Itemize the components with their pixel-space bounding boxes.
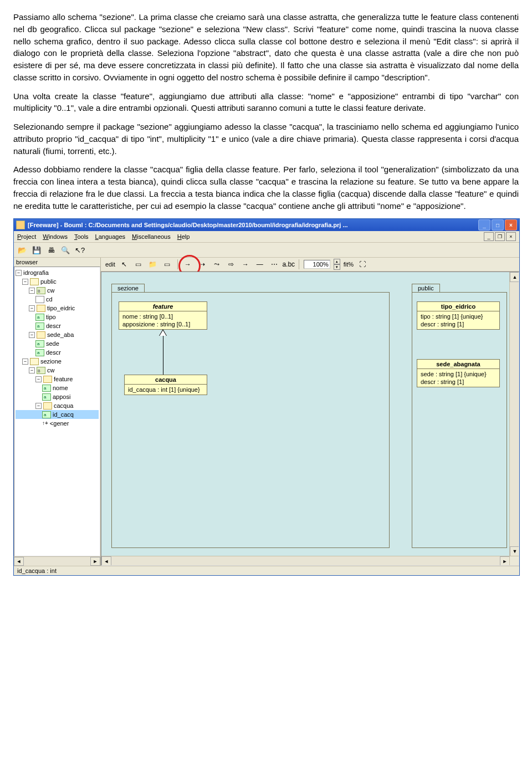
zoom-spinner[interactable]: ▲▼: [334, 259, 340, 270]
fit-label[interactable]: fit%: [344, 261, 354, 268]
menu-project[interactable]: Project: [17, 233, 36, 240]
sede-abagnata-attr-sede: sede : string [1] {unique}: [421, 370, 496, 378]
tipo-eidrico-attr-descr: descr : string [1]: [421, 320, 496, 328]
save-icon[interactable]: 💾: [30, 244, 43, 256]
mdi-close-button[interactable]: ×: [506, 232, 516, 241]
tree-root[interactable]: −idrografia: [16, 268, 99, 277]
scroll-left-icon-2[interactable]: ◄: [101, 556, 111, 566]
pointer-icon[interactable]: ↖: [119, 259, 130, 270]
help-pointer-icon[interactable]: ↖?: [74, 244, 86, 256]
scroll-right-icon-2[interactable]: ►: [500, 556, 510, 566]
realization-icon[interactable]: ⇨: [226, 259, 237, 270]
class-feature-title: feature: [119, 302, 207, 311]
menu-help[interactable]: Help: [177, 233, 190, 240]
text-icon[interactable]: a.bc: [283, 259, 294, 270]
statusbar: id_cacqua : int: [14, 566, 519, 575]
app-icon: [16, 221, 25, 229]
tree-tipo-attr[interactable]: tipo: [16, 313, 99, 321]
class-cacqua[interactable]: cacqua id_cacqua : int [1] {unique}: [124, 375, 207, 395]
scroll-down-icon[interactable]: ▼: [510, 546, 519, 556]
tree-nome-attr[interactable]: nome: [16, 383, 99, 392]
tree-sede-attr[interactable]: sede: [16, 339, 99, 348]
scroll-corner: [509, 556, 519, 565]
tree-public[interactable]: −public: [16, 277, 99, 286]
menu-tools[interactable]: Tools: [74, 233, 89, 240]
browser-hscrollbar[interactable]: ◄ ►: [14, 556, 100, 566]
diagram-toolbar: edit ↖ ▭ 📁 ▭ → ⇢ ⤳ ⇨ → — ⋯ a.bc ▲▼ fit% …: [101, 258, 519, 272]
tree-apposi-attr[interactable]: apposi: [16, 392, 99, 401]
zoom-input[interactable]: [304, 260, 330, 269]
class-tipo-eidrico[interactable]: tipo_eidrico tipo : string [1] {unique} …: [417, 301, 500, 330]
fit-window-icon[interactable]: ⛶: [357, 259, 368, 270]
main-toolbar: 📂 💾 🖶 🔍 ↖?: [14, 243, 519, 258]
package-sezione-label: sezione: [111, 284, 145, 292]
tree-descr-attr-1[interactable]: descr: [16, 321, 99, 330]
doc-paragraph-4: Adesso dobbiamo rendere la classe "cacqu…: [13, 163, 519, 212]
tipo-eidrico-attr-tipo: tipo : string [1] {unique}: [421, 313, 496, 320]
doc-paragraph-3: Selezionando sempre il package "sezione"…: [13, 121, 519, 157]
scroll-left-icon[interactable]: ◄: [14, 557, 24, 566]
sede-abagnata-attr-descr: descr : string [1]: [421, 378, 496, 386]
link-icon[interactable]: —: [254, 259, 265, 270]
package-public-label: public: [412, 284, 440, 292]
close-button[interactable]: ×: [505, 219, 517, 231]
generalization-arrowhead: [160, 330, 166, 336]
generalization-line[interactable]: [163, 330, 163, 375]
maximize-button[interactable]: □: [492, 219, 504, 231]
tree-cw-1[interactable]: −cw: [16, 286, 99, 295]
diagram-canvas-wrap: sezione feature nome : string [0..1] app…: [101, 272, 519, 566]
class-tipo-eidrico-title: tipo_eidrico: [417, 302, 499, 311]
class-cacqua-title: cacqua: [125, 375, 207, 385]
package-icon[interactable]: 📁: [147, 259, 158, 270]
fragment-icon[interactable]: ▭: [162, 259, 173, 270]
menu-miscellaneous[interactable]: Miscellaneous: [132, 233, 171, 240]
directed-assoc-icon[interactable]: →: [240, 259, 251, 270]
cacqua-attr-id: id_cacqua : int [1] {unique}: [128, 386, 203, 393]
mdi-restore-button[interactable]: ❐: [495, 232, 505, 241]
feature-attr-nome: nome : string [0..1]: [122, 313, 203, 320]
tree-id-cacqua-attr[interactable]: id_cacq: [16, 410, 99, 419]
menu-windows[interactable]: Windows: [43, 233, 68, 240]
diagram-canvas[interactable]: sezione feature nome : string [0..1] app…: [101, 272, 519, 565]
note-icon[interactable]: ▭: [133, 259, 144, 270]
package-sezione[interactable]: sezione feature nome : string [0..1] app…: [111, 292, 390, 548]
tree-feature[interactable]: −feature: [16, 375, 99, 383]
package-public[interactable]: public tipo_eidrico tipo : string [1] {u…: [412, 292, 507, 548]
class-sede-abagnata-title: sede_abagnata: [417, 360, 499, 369]
menu-languages[interactable]: Languages: [95, 233, 125, 240]
menubar: Project Windows Tools Languages Miscella…: [14, 231, 519, 243]
titlebar[interactable]: [Freeware] - Bouml : C:/Documents and Se…: [14, 219, 519, 231]
canvas-vscrollbar[interactable]: ▲ ▼: [509, 272, 519, 556]
dependency-icon[interactable]: ⤳: [211, 259, 222, 270]
window-title: [Freeware] - Bouml : C:/Documents and Se…: [28, 222, 478, 228]
browser-tree[interactable]: −idrografia −public −cw cd −tipo_eidric …: [14, 267, 100, 556]
browser-pane: browser −idrografia −public −cw cd −tipo…: [14, 258, 101, 566]
tree-tipo-eidric[interactable]: −tipo_eidric: [16, 304, 99, 313]
tree-cw-2[interactable]: −cw: [16, 366, 99, 375]
browser-label: browser: [14, 258, 100, 267]
class-sede-abagnata[interactable]: sede_abagnata sede : string [1] {unique}…: [417, 359, 500, 387]
scroll-up-icon[interactable]: ▲: [510, 272, 519, 282]
open-icon[interactable]: 📂: [16, 244, 28, 256]
scroll-right-icon[interactable]: ►: [90, 557, 100, 566]
search-icon[interactable]: 🔍: [59, 244, 71, 256]
doc-paragraph-2: Una volta create la classe "feature", ag…: [13, 90, 519, 115]
tree-sezione[interactable]: −sezione: [16, 357, 99, 366]
edit-label: edit: [105, 261, 115, 268]
association-dashed-icon[interactable]: ⇢: [197, 259, 208, 270]
anchor-icon[interactable]: ⋯: [269, 259, 280, 270]
minimize-button[interactable]: _: [478, 219, 490, 231]
class-feature[interactable]: feature nome : string [0..1] apposizione…: [119, 301, 207, 330]
bouml-window: [Freeware] - Bouml : C:/Documents and Se…: [13, 218, 520, 576]
generalization-icon[interactable]: →: [182, 259, 193, 270]
doc-paragraph-1: Passiamo allo schema "sezione". La prima…: [13, 11, 519, 84]
mdi-minimize-button[interactable]: _: [484, 232, 494, 241]
print-icon[interactable]: 🖶: [45, 244, 57, 256]
tree-cd[interactable]: cd: [16, 295, 99, 304]
tree-generalization[interactable]: ↑+<gener: [16, 419, 99, 428]
canvas-hscrollbar[interactable]: ◄ ►: [101, 556, 510, 565]
tree-cacqua[interactable]: −cacqua: [16, 401, 99, 410]
feature-attr-apposizione: apposizione : string [0..1]: [122, 320, 203, 328]
tree-sede-aba[interactable]: −sede_aba: [16, 330, 99, 339]
tree-descr-attr-2[interactable]: descr: [16, 348, 99, 357]
